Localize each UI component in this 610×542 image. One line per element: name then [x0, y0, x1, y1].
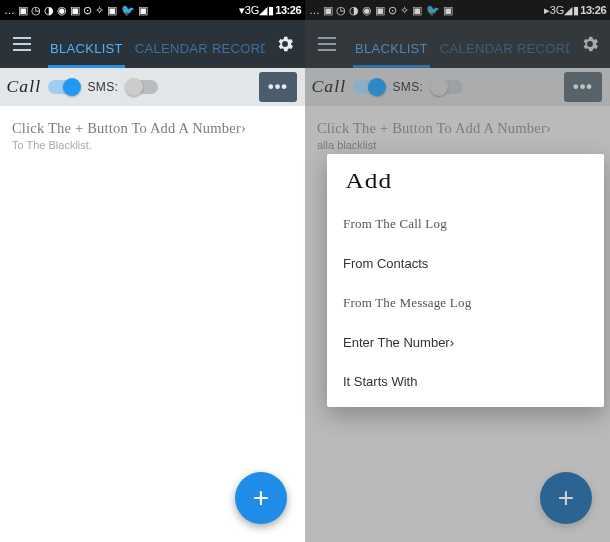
status-icons-left: … ▣ ◷ ◑ ◉ ▣ ⊙ ✧ ▣ 🐦 ▣ — [4, 4, 148, 17]
phone-left: … ▣ ◷ ◑ ◉ ▣ ⊙ ✧ ▣ 🐦 ▣ ▾3G◢ ▮ 13:26 BLACK… — [0, 0, 305, 542]
sheet-item-starts-with[interactable]: It Starts With — [327, 362, 604, 401]
filter-bar: Call SMS: ••• — [0, 68, 305, 106]
sheet-item-message-log[interactable]: From The Message Log — [327, 283, 604, 323]
tab-rest[interactable]: CALENDAR RECORD› — [129, 41, 265, 68]
add-sheet: Add From The Call Log From Contacts From… — [327, 154, 604, 407]
hint-title: Click The + Button To Add A Number› — [12, 120, 293, 137]
app-toolbar: BLACKLIST CALENDAR RECORD› — [0, 20, 305, 68]
settings-icon[interactable] — [273, 32, 297, 56]
sheet-item-contacts[interactable]: From Contacts — [327, 244, 604, 283]
tab-blacklist[interactable]: BLACKLIST — [44, 41, 129, 68]
call-toggle[interactable] — [48, 80, 80, 94]
sheet-item-enter-number[interactable]: Enter The Number› — [327, 323, 604, 362]
fab-add[interactable]: + — [235, 472, 287, 524]
menu-icon[interactable] — [8, 30, 36, 58]
sms-label: SMS: — [88, 80, 119, 94]
call-label: Call — [6, 78, 41, 96]
status-bar: … ▣ ◷ ◑ ◉ ▣ ⊙ ✧ ▣ 🐦 ▣ ▾3G◢ ▮ 13:26 — [0, 0, 305, 20]
sheet-title: Add — [327, 162, 610, 204]
phone-right: … ▣ ◷ ◑ ◉ ▣ ⊙ ✧ ▣ 🐦 ▣ ▸3G◢ ▮ 13:26 BLACK… — [305, 0, 610, 542]
sheet-item-call-log[interactable]: From The Call Log — [327, 204, 604, 244]
sms-toggle[interactable] — [126, 80, 158, 94]
tabs: BLACKLIST CALENDAR RECORD› — [44, 20, 265, 68]
hint-sub: To The Blacklist. — [12, 139, 293, 151]
status-icons-right: ▾3G◢ ▮ 13:26 — [239, 4, 301, 17]
content-area: Click The + Button To Add A Number› To T… — [0, 106, 305, 542]
more-button[interactable]: ••• — [259, 72, 297, 102]
status-time: 13:26 — [275, 4, 301, 16]
